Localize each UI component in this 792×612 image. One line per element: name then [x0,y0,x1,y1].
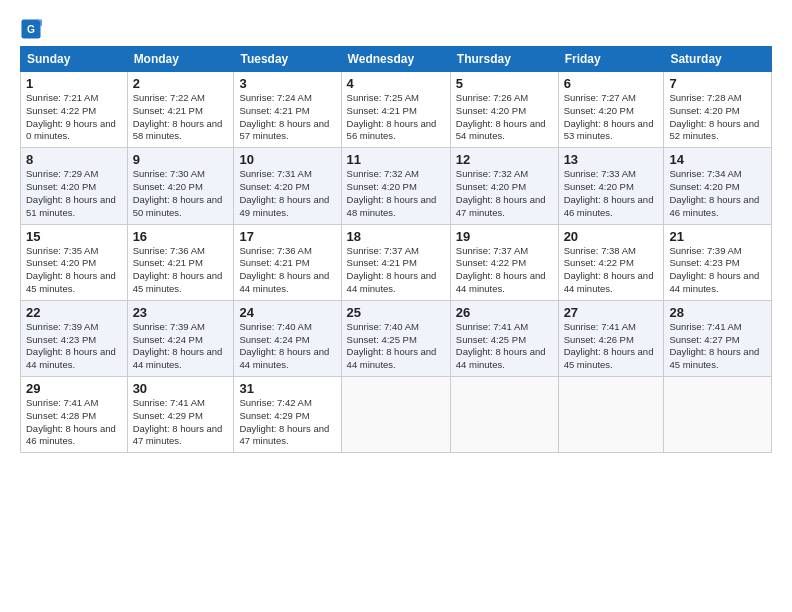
calendar-cell: 25 Sunrise: 7:40 AM Sunset: 4:25 PM Dayl… [341,300,450,376]
day-number: 23 [133,305,229,320]
calendar-cell: 1 Sunrise: 7:21 AM Sunset: 4:22 PM Dayli… [21,72,128,148]
calendar-cell: 19 Sunrise: 7:37 AM Sunset: 4:22 PM Dayl… [450,224,558,300]
day-info: Sunrise: 7:37 AM Sunset: 4:22 PM Dayligh… [456,245,553,296]
calendar-week-3: 15 Sunrise: 7:35 AM Sunset: 4:20 PM Dayl… [21,224,772,300]
day-number: 18 [347,229,445,244]
calendar-header-row: SundayMondayTuesdayWednesdayThursdayFrid… [21,47,772,72]
day-info: Sunrise: 7:41 AM Sunset: 4:25 PM Dayligh… [456,321,553,372]
day-info: Sunrise: 7:27 AM Sunset: 4:20 PM Dayligh… [564,92,659,143]
day-number: 20 [564,229,659,244]
day-info: Sunrise: 7:24 AM Sunset: 4:21 PM Dayligh… [239,92,335,143]
day-info: Sunrise: 7:38 AM Sunset: 4:22 PM Dayligh… [564,245,659,296]
calendar-cell [558,377,664,453]
logo-icon: G [20,18,42,40]
calendar-cell: 2 Sunrise: 7:22 AM Sunset: 4:21 PM Dayli… [127,72,234,148]
day-number: 1 [26,76,122,91]
calendar-cell: 18 Sunrise: 7:37 AM Sunset: 4:21 PM Dayl… [341,224,450,300]
calendar-cell: 30 Sunrise: 7:41 AM Sunset: 4:29 PM Dayl… [127,377,234,453]
calendar-cell: 7 Sunrise: 7:28 AM Sunset: 4:20 PM Dayli… [664,72,772,148]
calendar-cell: 4 Sunrise: 7:25 AM Sunset: 4:21 PM Dayli… [341,72,450,148]
day-number: 31 [239,381,335,396]
day-number: 22 [26,305,122,320]
calendar-cell: 10 Sunrise: 7:31 AM Sunset: 4:20 PM Dayl… [234,148,341,224]
calendar-cell: 14 Sunrise: 7:34 AM Sunset: 4:20 PM Dayl… [664,148,772,224]
day-number: 13 [564,152,659,167]
day-number: 2 [133,76,229,91]
calendar-cell: 17 Sunrise: 7:36 AM Sunset: 4:21 PM Dayl… [234,224,341,300]
day-info: Sunrise: 7:34 AM Sunset: 4:20 PM Dayligh… [669,168,766,219]
day-info: Sunrise: 7:39 AM Sunset: 4:24 PM Dayligh… [133,321,229,372]
calendar-cell: 11 Sunrise: 7:32 AM Sunset: 4:20 PM Dayl… [341,148,450,224]
day-number: 12 [456,152,553,167]
day-info: Sunrise: 7:40 AM Sunset: 4:24 PM Dayligh… [239,321,335,372]
day-number: 3 [239,76,335,91]
logo: G [20,18,44,40]
day-number: 25 [347,305,445,320]
day-number: 4 [347,76,445,91]
calendar-cell: 6 Sunrise: 7:27 AM Sunset: 4:20 PM Dayli… [558,72,664,148]
calendar-cell: 5 Sunrise: 7:26 AM Sunset: 4:20 PM Dayli… [450,72,558,148]
day-info: Sunrise: 7:26 AM Sunset: 4:20 PM Dayligh… [456,92,553,143]
calendar-header-tuesday: Tuesday [234,47,341,72]
calendar-cell: 23 Sunrise: 7:39 AM Sunset: 4:24 PM Dayl… [127,300,234,376]
day-number: 24 [239,305,335,320]
calendar-week-4: 22 Sunrise: 7:39 AM Sunset: 4:23 PM Dayl… [21,300,772,376]
calendar-cell: 31 Sunrise: 7:42 AM Sunset: 4:29 PM Dayl… [234,377,341,453]
calendar-cell [664,377,772,453]
calendar-cell: 21 Sunrise: 7:39 AM Sunset: 4:23 PM Dayl… [664,224,772,300]
day-info: Sunrise: 7:31 AM Sunset: 4:20 PM Dayligh… [239,168,335,219]
day-info: Sunrise: 7:33 AM Sunset: 4:20 PM Dayligh… [564,168,659,219]
calendar-header-monday: Monday [127,47,234,72]
calendar-cell: 12 Sunrise: 7:32 AM Sunset: 4:20 PM Dayl… [450,148,558,224]
day-info: Sunrise: 7:41 AM Sunset: 4:29 PM Dayligh… [133,397,229,448]
day-info: Sunrise: 7:25 AM Sunset: 4:21 PM Dayligh… [347,92,445,143]
calendar-cell: 13 Sunrise: 7:33 AM Sunset: 4:20 PM Dayl… [558,148,664,224]
day-number: 26 [456,305,553,320]
calendar-cell [341,377,450,453]
calendar-week-1: 1 Sunrise: 7:21 AM Sunset: 4:22 PM Dayli… [21,72,772,148]
svg-text:G: G [27,24,35,35]
day-number: 17 [239,229,335,244]
calendar-cell: 24 Sunrise: 7:40 AM Sunset: 4:24 PM Dayl… [234,300,341,376]
day-info: Sunrise: 7:32 AM Sunset: 4:20 PM Dayligh… [456,168,553,219]
calendar-cell: 26 Sunrise: 7:41 AM Sunset: 4:25 PM Dayl… [450,300,558,376]
calendar-cell: 9 Sunrise: 7:30 AM Sunset: 4:20 PM Dayli… [127,148,234,224]
day-number: 15 [26,229,122,244]
day-info: Sunrise: 7:41 AM Sunset: 4:26 PM Dayligh… [564,321,659,372]
calendar-cell: 27 Sunrise: 7:41 AM Sunset: 4:26 PM Dayl… [558,300,664,376]
calendar-week-5: 29 Sunrise: 7:41 AM Sunset: 4:28 PM Dayl… [21,377,772,453]
page: G SundayMondayTuesdayWednesdayThursdayFr… [0,0,792,463]
day-number: 5 [456,76,553,91]
day-info: Sunrise: 7:42 AM Sunset: 4:29 PM Dayligh… [239,397,335,448]
day-number: 6 [564,76,659,91]
calendar-header-wednesday: Wednesday [341,47,450,72]
calendar-cell: 16 Sunrise: 7:36 AM Sunset: 4:21 PM Dayl… [127,224,234,300]
day-info: Sunrise: 7:36 AM Sunset: 4:21 PM Dayligh… [239,245,335,296]
day-number: 11 [347,152,445,167]
calendar-cell: 8 Sunrise: 7:29 AM Sunset: 4:20 PM Dayli… [21,148,128,224]
day-number: 14 [669,152,766,167]
day-info: Sunrise: 7:32 AM Sunset: 4:20 PM Dayligh… [347,168,445,219]
day-number: 29 [26,381,122,396]
calendar-cell: 3 Sunrise: 7:24 AM Sunset: 4:21 PM Dayli… [234,72,341,148]
calendar-cell: 28 Sunrise: 7:41 AM Sunset: 4:27 PM Dayl… [664,300,772,376]
day-info: Sunrise: 7:29 AM Sunset: 4:20 PM Dayligh… [26,168,122,219]
day-info: Sunrise: 7:41 AM Sunset: 4:28 PM Dayligh… [26,397,122,448]
day-number: 7 [669,76,766,91]
day-number: 30 [133,381,229,396]
day-info: Sunrise: 7:22 AM Sunset: 4:21 PM Dayligh… [133,92,229,143]
day-info: Sunrise: 7:41 AM Sunset: 4:27 PM Dayligh… [669,321,766,372]
day-info: Sunrise: 7:40 AM Sunset: 4:25 PM Dayligh… [347,321,445,372]
day-info: Sunrise: 7:30 AM Sunset: 4:20 PM Dayligh… [133,168,229,219]
calendar-header-sunday: Sunday [21,47,128,72]
day-info: Sunrise: 7:39 AM Sunset: 4:23 PM Dayligh… [669,245,766,296]
day-info: Sunrise: 7:37 AM Sunset: 4:21 PM Dayligh… [347,245,445,296]
calendar-header-friday: Friday [558,47,664,72]
day-number: 8 [26,152,122,167]
day-info: Sunrise: 7:21 AM Sunset: 4:22 PM Dayligh… [26,92,122,143]
day-number: 16 [133,229,229,244]
calendar-week-2: 8 Sunrise: 7:29 AM Sunset: 4:20 PM Dayli… [21,148,772,224]
header: G [20,18,772,40]
calendar-cell [450,377,558,453]
calendar-cell: 20 Sunrise: 7:38 AM Sunset: 4:22 PM Dayl… [558,224,664,300]
